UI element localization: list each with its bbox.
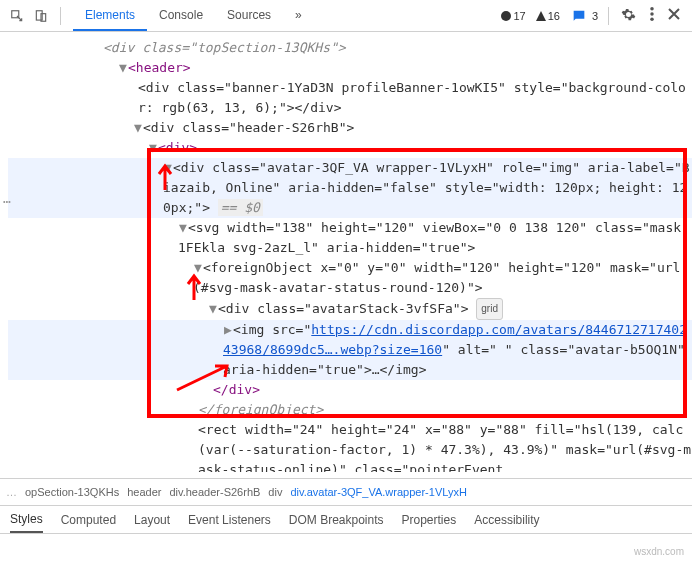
tree-row[interactable]: ▼<svg width="138" height="120" viewBox="…: [8, 218, 692, 258]
tree-row[interactable]: </div>: [8, 380, 692, 400]
expand-arrow-icon[interactable]: ▼: [118, 58, 128, 78]
settings-icon[interactable]: [619, 5, 638, 27]
collapse-arrow-icon[interactable]: ▶: [223, 320, 233, 340]
svg-point-7: [650, 18, 654, 22]
kebab-menu-icon[interactable]: [648, 5, 656, 26]
pane-styles[interactable]: Styles: [10, 506, 43, 533]
error-badge[interactable]: 17: [501, 10, 525, 22]
breadcrumb-trunc[interactable]: …: [6, 486, 17, 498]
expand-arrow-icon[interactable]: ▼: [193, 258, 203, 278]
breadcrumb-item[interactable]: div.header-S26rhB: [169, 486, 260, 498]
pane-dom-breakpoints[interactable]: DOM Breakpoints: [289, 513, 384, 527]
pane-accessibility[interactable]: Accessibility: [474, 513, 539, 527]
gutter-dots: ⋯: [0, 192, 14, 212]
tree-row[interactable]: ▼<div class="avatarStack-3vfSFa"> grid: [8, 298, 692, 320]
breadcrumb-item[interactable]: opSection-13QKHs: [25, 486, 119, 498]
tree-row[interactable]: ▼<div>: [8, 138, 692, 158]
devtools-toolbar: Elements Console Sources » 17 16 3: [0, 0, 692, 32]
divider: [60, 7, 61, 25]
panel-tabs: Elements Console Sources »: [73, 0, 501, 31]
breadcrumb[interactable]: … opSection-13QKHs header div.header-S26…: [0, 478, 692, 506]
device-toggle-icon[interactable]: [30, 5, 52, 27]
warning-count: 16: [548, 10, 560, 22]
watermark: wsxdn.com: [634, 546, 684, 557]
pane-computed[interactable]: Computed: [61, 513, 116, 527]
tree-row[interactable]: <div class="topSection-13QKHs">: [8, 38, 692, 58]
expand-arrow-icon[interactable]: ▼: [208, 299, 218, 319]
expand-arrow-icon[interactable]: ▼: [178, 218, 188, 238]
close-icon[interactable]: [666, 6, 682, 25]
pane-event-listeners[interactable]: Event Listeners: [188, 513, 271, 527]
inspect-icon[interactable]: [6, 5, 28, 27]
selected-indicator: == $0: [218, 199, 263, 216]
tree-row-selected[interactable]: ▼<div class="avatar-3QF_VA wrapper-1VLyx…: [8, 158, 692, 218]
expand-arrow-icon[interactable]: ▼: [163, 158, 173, 178]
breadcrumb-item[interactable]: div: [268, 486, 282, 498]
tree-row[interactable]: ▼<header>: [8, 58, 692, 78]
tree-row[interactable]: </foreignObject>: [8, 400, 692, 420]
tab-sources[interactable]: Sources: [215, 0, 283, 31]
breadcrumb-item-active[interactable]: div.avatar-3QF_VA.wrapper-1VLyxH: [290, 486, 466, 498]
tree-row[interactable]: ▼<foreignObject x="0" y="0" width="120" …: [8, 258, 692, 298]
svg-point-3: [501, 11, 511, 21]
issues-icon[interactable]: [570, 7, 588, 25]
tree-row[interactable]: ▶<img src="https://cdn.discordapp.com/av…: [8, 320, 692, 380]
error-count: 17: [513, 10, 525, 22]
divider: [608, 7, 609, 25]
svg-marker-4: [536, 11, 546, 21]
pane-layout[interactable]: Layout: [134, 513, 170, 527]
toolbar-right: 17 16 3: [501, 5, 686, 27]
grid-badge[interactable]: grid: [476, 298, 503, 320]
dom-tree[interactable]: ⋯ <div class="topSection-13QKHs"> ▼<head…: [0, 32, 692, 472]
pane-properties[interactable]: Properties: [402, 513, 457, 527]
svg-point-5: [650, 7, 654, 11]
svg-point-6: [650, 12, 654, 16]
sidebar-tabs: Styles Computed Layout Event Listeners D…: [0, 506, 692, 534]
tree-row[interactable]: <div class="banner-1YaD3N profileBanner-…: [8, 78, 692, 118]
expand-arrow-icon[interactable]: ▼: [148, 138, 158, 158]
expand-arrow-icon[interactable]: ▼: [133, 118, 143, 138]
tab-console[interactable]: Console: [147, 0, 215, 31]
warning-badge[interactable]: 16: [536, 10, 560, 22]
tab-elements[interactable]: Elements: [73, 0, 147, 31]
tree-row[interactable]: <rect width="24" height="24" x="88" y="8…: [8, 420, 692, 472]
breadcrumb-item[interactable]: header: [127, 486, 161, 498]
issues-count: 3: [592, 10, 598, 22]
tab-more[interactable]: »: [283, 0, 314, 31]
tree-row[interactable]: ▼<div class="header-S26rhB">: [8, 118, 692, 138]
